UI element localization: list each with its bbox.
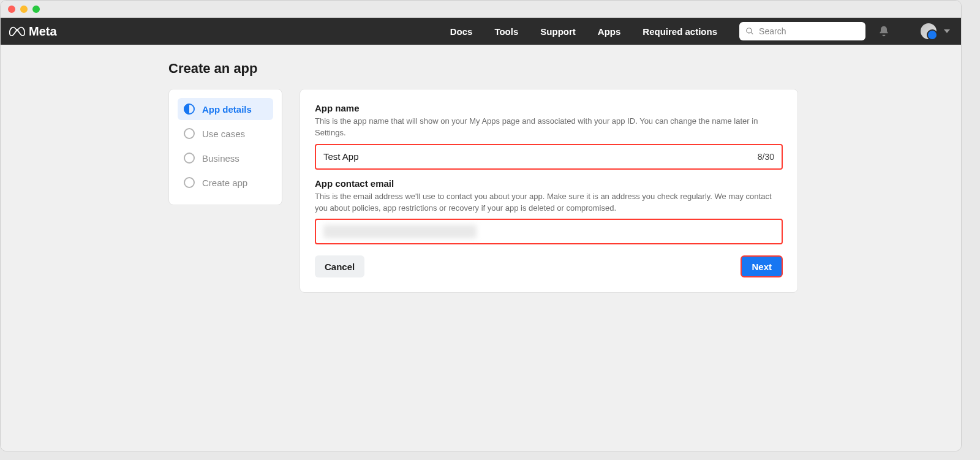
email-help: This is the email address we'll use to c…	[315, 191, 783, 214]
email-redacted	[323, 225, 477, 238]
form-card: App name This is the app name that will …	[300, 89, 798, 293]
notifications-button[interactable]	[878, 25, 890, 37]
window-close-dot[interactable]	[8, 6, 15, 13]
meta-logo-icon	[9, 23, 25, 39]
step-business[interactable]: Business	[178, 147, 273, 169]
step-indicator-icon	[184, 153, 195, 164]
steps-sidebar: App details Use cases Business Create ap…	[168, 89, 282, 205]
step-indicator-icon	[184, 104, 195, 115]
search-input[interactable]	[759, 26, 859, 36]
step-label: Create app	[202, 178, 247, 188]
app-name-label: App name	[315, 103, 783, 113]
top-nav: Meta Docs Tools Support Apps Required ac…	[1, 18, 961, 45]
nav-link-support[interactable]: Support	[540, 26, 576, 37]
app-name-input[interactable]	[323, 151, 758, 162]
cancel-button[interactable]: Cancel	[315, 255, 364, 277]
nav-link-docs[interactable]: Docs	[450, 26, 473, 37]
search-box[interactable]	[739, 22, 865, 40]
step-use-cases[interactable]: Use cases	[178, 123, 273, 145]
email-input-wrap[interactable]	[315, 219, 783, 244]
window-zoom-dot[interactable]	[32, 6, 40, 13]
app-name-input-wrap[interactable]: 8/30	[315, 144, 783, 170]
nav-links: Docs Tools Support Apps Required actions	[450, 26, 717, 37]
step-label: App details	[202, 104, 252, 115]
app-name-help: This is the app name that will show on y…	[315, 116, 783, 139]
email-label: App contact email	[315, 178, 783, 189]
nav-link-tools[interactable]: Tools	[494, 26, 518, 37]
step-indicator-icon	[184, 128, 195, 139]
nav-link-apps[interactable]: Apps	[598, 26, 621, 37]
step-label: Business	[202, 153, 239, 164]
step-app-details[interactable]: App details	[178, 98, 273, 120]
window-minimize-dot[interactable]	[20, 6, 28, 13]
page-title: Create an app	[168, 45, 798, 89]
step-label: Use cases	[202, 129, 245, 139]
bell-icon	[878, 25, 890, 37]
search-icon	[745, 26, 754, 36]
app-name-counter: 8/30	[758, 152, 774, 162]
account-menu-caret-icon[interactable]	[944, 29, 950, 33]
nav-link-required-actions[interactable]: Required actions	[643, 26, 717, 37]
step-create-app[interactable]: Create app	[178, 172, 273, 194]
next-button[interactable]: Next	[741, 255, 783, 277]
brand[interactable]: Meta	[9, 23, 57, 39]
avatar[interactable]	[921, 23, 937, 39]
window-titlebar	[1, 1, 961, 18]
step-indicator-icon	[184, 177, 195, 188]
brand-label: Meta	[29, 25, 57, 39]
